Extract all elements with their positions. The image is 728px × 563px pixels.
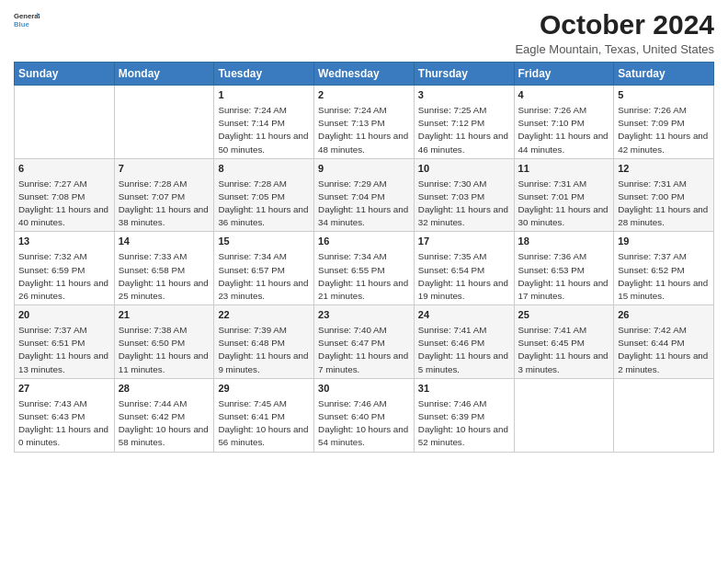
calendar-cell: 19Sunrise: 7:37 AM Sunset: 6:52 PM Dayli… (614, 232, 714, 305)
calendar-cell: 9Sunrise: 7:29 AM Sunset: 7:04 PM Daylig… (314, 158, 415, 232)
day-header-sunday: Sunday (15, 63, 115, 86)
day-header-monday: Monday (114, 63, 214, 86)
week-row-3: 13Sunrise: 7:32 AM Sunset: 6:59 PM Dayli… (15, 232, 714, 305)
calendar-cell: 14Sunrise: 7:33 AM Sunset: 6:58 PM Dayli… (114, 232, 214, 305)
week-row-5: 27Sunrise: 7:43 AM Sunset: 6:43 PM Dayli… (15, 378, 714, 452)
day-info: Sunrise: 7:36 AM Sunset: 6:53 PM Dayligh… (518, 251, 609, 301)
day-number: 12 (618, 162, 710, 176)
calendar-table: SundayMondayTuesdayWednesdayThursdayFrid… (14, 62, 714, 453)
day-info: Sunrise: 7:28 AM Sunset: 7:05 PM Dayligh… (218, 178, 308, 228)
week-row-4: 20Sunrise: 7:37 AM Sunset: 6:51 PM Dayli… (15, 305, 714, 379)
calendar-cell: 20Sunrise: 7:37 AM Sunset: 6:51 PM Dayli… (15, 305, 115, 379)
day-number: 21 (119, 308, 210, 322)
calendar-cell (614, 378, 714, 452)
day-info: Sunrise: 7:40 AM Sunset: 6:47 PM Dayligh… (318, 325, 408, 374)
day-number: 28 (119, 382, 210, 396)
day-info: Sunrise: 7:26 AM Sunset: 7:09 PM Dayligh… (618, 105, 708, 155)
day-number: 4 (518, 88, 610, 102)
day-number: 19 (618, 235, 710, 248)
day-info: Sunrise: 7:34 AM Sunset: 6:55 PM Dayligh… (318, 251, 408, 301)
day-number: 30 (318, 382, 410, 396)
day-info: Sunrise: 7:37 AM Sunset: 6:51 PM Dayligh… (18, 325, 108, 374)
calendar-cell: 25Sunrise: 7:41 AM Sunset: 6:45 PM Dayli… (514, 305, 614, 379)
header: General Blue General Blue October 2024 E… (14, 9, 714, 56)
logo-icon: General Blue (14, 9, 40, 35)
svg-text:General: General (14, 12, 40, 20)
day-info: Sunrise: 7:41 AM Sunset: 6:46 PM Dayligh… (418, 325, 508, 374)
calendar-subtitle: Eagle Mountain, Texas, United States (515, 42, 714, 56)
calendar-cell: 12Sunrise: 7:31 AM Sunset: 7:00 PM Dayli… (614, 158, 714, 232)
calendar-cell: 5Sunrise: 7:26 AM Sunset: 7:09 PM Daylig… (614, 86, 714, 159)
day-number: 6 (18, 162, 110, 176)
calendar-cell: 4Sunrise: 7:26 AM Sunset: 7:10 PM Daylig… (514, 86, 614, 159)
day-info: Sunrise: 7:29 AM Sunset: 7:04 PM Dayligh… (318, 178, 408, 228)
day-number: 27 (18, 382, 110, 396)
calendar-cell: 3Sunrise: 7:25 AM Sunset: 7:12 PM Daylig… (414, 86, 514, 159)
calendar-cell (514, 378, 614, 452)
calendar-body: 1Sunrise: 7:24 AM Sunset: 7:14 PM Daylig… (15, 86, 714, 453)
day-info: Sunrise: 7:24 AM Sunset: 7:14 PM Dayligh… (218, 105, 308, 155)
day-number: 25 (518, 308, 610, 322)
calendar-cell: 6Sunrise: 7:27 AM Sunset: 7:08 PM Daylig… (15, 158, 115, 232)
day-number: 15 (218, 235, 310, 248)
day-info: Sunrise: 7:43 AM Sunset: 6:43 PM Dayligh… (18, 398, 108, 448)
day-header-wednesday: Wednesday (314, 63, 415, 86)
day-number: 29 (218, 382, 310, 396)
day-number: 1 (218, 88, 310, 102)
calendar-cell: 2Sunrise: 7:24 AM Sunset: 7:13 PM Daylig… (314, 86, 415, 159)
calendar-cell: 1Sunrise: 7:24 AM Sunset: 7:14 PM Daylig… (214, 86, 314, 159)
day-info: Sunrise: 7:26 AM Sunset: 7:10 PM Dayligh… (518, 105, 609, 155)
calendar-cell: 28Sunrise: 7:44 AM Sunset: 6:42 PM Dayli… (114, 378, 214, 452)
day-number: 2 (318, 88, 410, 102)
day-info: Sunrise: 7:34 AM Sunset: 6:57 PM Dayligh… (218, 251, 308, 301)
day-info: Sunrise: 7:45 AM Sunset: 6:41 PM Dayligh… (218, 398, 308, 448)
day-number: 3 (418, 88, 510, 102)
title-area: October 2024 Eagle Mountain, Texas, Unit… (515, 9, 714, 56)
calendar-cell: 13Sunrise: 7:32 AM Sunset: 6:59 PM Dayli… (15, 232, 115, 305)
calendar-cell: 22Sunrise: 7:39 AM Sunset: 6:48 PM Dayli… (214, 305, 314, 379)
day-number: 14 (119, 235, 210, 248)
calendar-cell (114, 86, 214, 159)
calendar-cell: 7Sunrise: 7:28 AM Sunset: 7:07 PM Daylig… (114, 158, 214, 232)
day-info: Sunrise: 7:32 AM Sunset: 6:59 PM Dayligh… (18, 251, 108, 301)
day-number: 18 (518, 235, 610, 248)
day-header-thursday: Thursday (414, 63, 514, 86)
calendar-title: October 2024 (515, 9, 714, 40)
day-number: 26 (618, 308, 710, 322)
logo: General Blue General Blue (14, 9, 40, 35)
day-info: Sunrise: 7:37 AM Sunset: 6:52 PM Dayligh… (618, 251, 708, 301)
day-info: Sunrise: 7:27 AM Sunset: 7:08 PM Dayligh… (18, 178, 108, 228)
day-number: 24 (418, 308, 510, 322)
calendar-cell: 29Sunrise: 7:45 AM Sunset: 6:41 PM Dayli… (214, 378, 314, 452)
calendar-cell: 15Sunrise: 7:34 AM Sunset: 6:57 PM Dayli… (214, 232, 314, 305)
day-info: Sunrise: 7:33 AM Sunset: 6:58 PM Dayligh… (119, 251, 209, 301)
calendar-cell: 11Sunrise: 7:31 AM Sunset: 7:01 PM Dayli… (514, 158, 614, 232)
day-number: 10 (418, 162, 510, 176)
calendar-header: SundayMondayTuesdayWednesdayThursdayFrid… (15, 63, 714, 86)
day-number: 22 (218, 308, 310, 322)
day-number: 31 (418, 382, 510, 396)
calendar-cell: 27Sunrise: 7:43 AM Sunset: 6:43 PM Dayli… (15, 378, 115, 452)
calendar-cell (15, 86, 115, 159)
day-header-saturday: Saturday (614, 63, 714, 86)
day-number: 9 (318, 162, 410, 176)
day-info: Sunrise: 7:31 AM Sunset: 7:01 PM Dayligh… (518, 178, 609, 228)
day-info: Sunrise: 7:24 AM Sunset: 7:13 PM Dayligh… (318, 105, 408, 155)
day-info: Sunrise: 7:39 AM Sunset: 6:48 PM Dayligh… (218, 325, 308, 374)
day-number: 20 (18, 308, 110, 322)
calendar-cell: 17Sunrise: 7:35 AM Sunset: 6:54 PM Dayli… (414, 232, 514, 305)
calendar-cell: 23Sunrise: 7:40 AM Sunset: 6:47 PM Dayli… (314, 305, 415, 379)
day-number: 8 (218, 162, 310, 176)
day-info: Sunrise: 7:41 AM Sunset: 6:45 PM Dayligh… (518, 325, 609, 374)
day-number: 13 (18, 235, 110, 248)
day-number: 7 (119, 162, 210, 176)
calendar-cell: 18Sunrise: 7:36 AM Sunset: 6:53 PM Dayli… (514, 232, 614, 305)
day-number: 16 (318, 235, 410, 248)
day-info: Sunrise: 7:46 AM Sunset: 6:40 PM Dayligh… (318, 398, 408, 448)
day-number: 23 (318, 308, 410, 322)
day-header-friday: Friday (514, 63, 614, 86)
day-info: Sunrise: 7:28 AM Sunset: 7:07 PM Dayligh… (119, 178, 209, 228)
day-header-tuesday: Tuesday (214, 63, 314, 86)
calendar-cell: 26Sunrise: 7:42 AM Sunset: 6:44 PM Dayli… (614, 305, 714, 379)
calendar-cell: 16Sunrise: 7:34 AM Sunset: 6:55 PM Dayli… (314, 232, 415, 305)
